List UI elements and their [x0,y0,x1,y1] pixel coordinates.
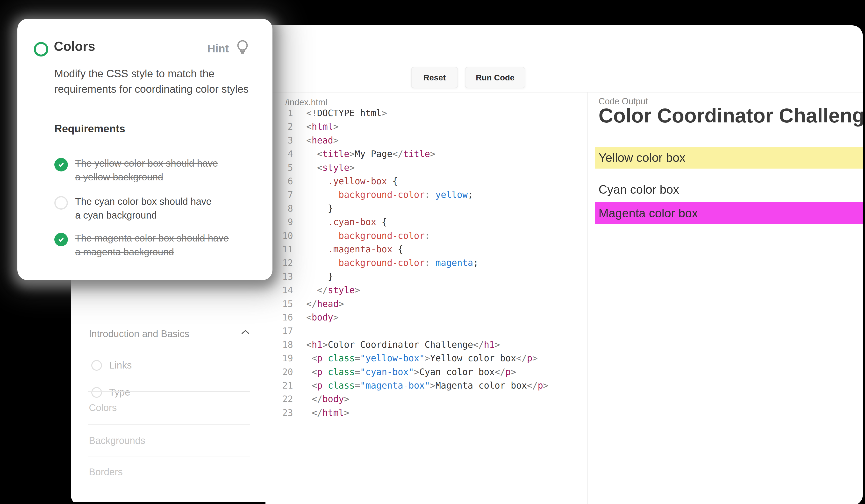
code-line[interactable]: background-color: yellow; [306,188,473,202]
task-card-title: Colors [54,39,95,54]
code-token: <! [306,108,317,118]
code-token: p [538,380,543,391]
code-line[interactable]: <head> [306,133,339,147]
code-token: = [355,367,360,377]
code-token [306,163,317,173]
code-line[interactable]: <html> [306,120,339,133]
line-number: 2 [271,120,293,133]
code-token: > [430,149,435,159]
code-token: background-color [339,190,425,200]
code-token: head [317,299,339,309]
code-line[interactable]: <style> [306,161,355,175]
code-token: html [312,121,333,132]
code-token: < [312,367,317,377]
output-color-box: Cyan color box [595,183,863,196]
code-token: DOCTYPE html [317,108,382,118]
code-line[interactable]: </style> [306,283,360,297]
sidebar-section-backgrounds[interactable]: Backgrounds [89,435,145,446]
code-line[interactable]: <p class="yellow-box">Yellow color box</… [306,351,538,365]
code-token: ; [473,258,478,268]
code-token: > [532,353,538,363]
sidebar-divider [88,424,250,424]
code-line[interactable]: <h1>Color Coordinator Challenge</h1> [306,338,500,352]
reset-button[interactable]: Reset [411,67,458,88]
line-number: 20 [271,365,293,379]
code-line[interactable]: </body> [306,392,349,406]
code-line[interactable]: </head> [306,297,344,311]
sidebar-item-links[interactable]: Links [91,360,132,371]
code-line[interactable]: </html> [306,406,349,420]
requirement-text: The yellow color box should have a yello… [75,156,218,184]
code-line[interactable]: .cyan-box { [306,215,387,229]
requirements-heading: Requirements [54,123,125,135]
line-number: 23 [271,406,293,420]
code-line[interactable]: background-color: magenta; [306,256,478,270]
code-line[interactable]: <title>My Page</title> [306,147,436,161]
code-token: html [322,408,344,418]
code-editor[interactable]: 1<!DOCTYPE html>2<html>3<head>4 <title>M… [271,106,585,449]
sidebar-section-colors[interactable]: Colors [89,402,117,413]
code-token: </ [317,285,328,295]
code-token [306,380,312,391]
code-line[interactable]: } [306,202,333,215]
code-token: > [339,299,344,309]
line-number: 6 [271,174,293,188]
chevron-up-icon[interactable] [241,329,250,335]
code-token [306,258,339,268]
code-token: p [527,353,532,363]
code-token: </ [527,380,538,391]
code-token: { [376,217,387,227]
checkmark-circle-icon [54,233,68,246]
output-color-box: Yellow color box [595,147,863,168]
output-color-box-text: Cyan color box [595,183,679,197]
line-number: 9 [271,215,293,229]
line-number: 12 [271,256,293,270]
line-number: 15 [271,297,293,311]
lightbulb-icon[interactable] [235,39,250,57]
code-line[interactable]: <body> [306,310,339,324]
code-line[interactable]: <!DOCTYPE html> [306,106,387,120]
line-number: 18 [271,338,293,352]
code-token: title [403,149,430,159]
radio-circle-icon [91,360,102,371]
code-token: > [495,340,500,350]
code-token [306,244,328,255]
code-token: </ [312,408,322,418]
code-token: head [312,135,333,145]
code-token: </ [473,340,484,350]
code-token: > [333,312,338,323]
code-line[interactable]: .magenta-box { [306,243,403,256]
line-number: 1 [271,106,293,120]
requirement-text: The cyan color box should have a cyan ba… [75,195,211,222]
code-token: yellow [430,190,468,200]
code-token: > [382,108,387,118]
sidebar-section-borders[interactable]: Borders [89,467,123,478]
code-token [306,217,328,227]
line-number: 19 [271,351,293,365]
code-token: "magenta-box" [360,380,430,391]
code-token: class [328,367,355,377]
task-card: Colors Hint Modify the CSS style to matc… [18,19,273,280]
code-line[interactable]: background-color: [306,229,430,243]
sidebar-item-type[interactable]: Type [91,387,130,398]
horizontal-divider [263,92,863,93]
sidebar-item-label: Type [109,387,130,398]
code-token [306,353,312,363]
line-number: 7 [271,188,293,202]
file-tab-index-html[interactable]: /index.html [285,97,327,107]
code-line[interactable]: .yellow-box { [306,174,398,188]
code-line[interactable]: <p class="magenta-box">Magenta color box… [306,379,549,392]
sidebar-section-intro-basics[interactable]: Introduction and Basics [89,328,189,339]
run-code-button[interactable]: Run Code [465,67,526,88]
code-token: < [312,380,317,391]
code-line[interactable]: } [306,270,333,283]
code-token [322,353,328,363]
code-token: < [317,163,322,173]
code-line[interactable]: <p class="cyan-box">Cyan color box</p> [306,365,516,379]
output-color-box: Magenta color box [595,202,863,224]
code-token: .magenta-box [328,244,392,255]
hint-button[interactable]: Hint [207,42,229,55]
code-token: > [430,380,435,391]
code-token: > [333,135,338,145]
line-number: 3 [271,133,293,147]
